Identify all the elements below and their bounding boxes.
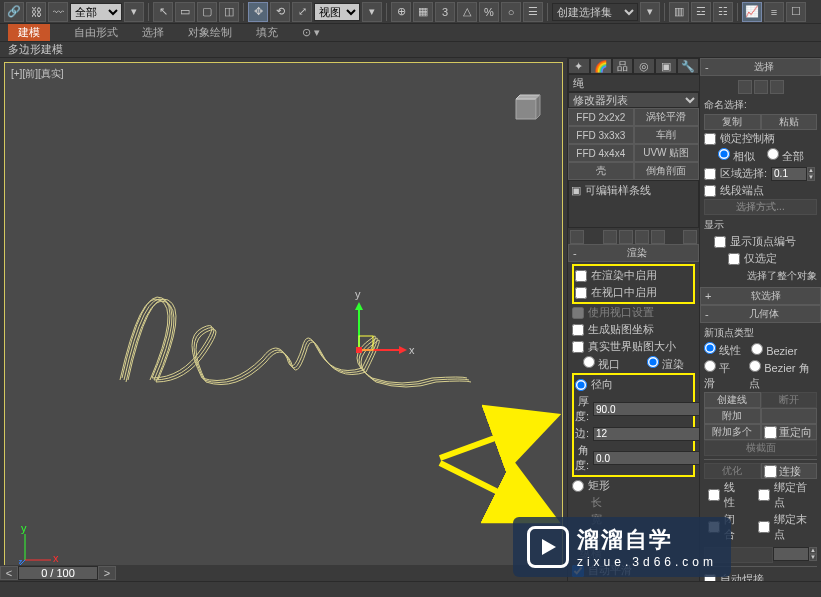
filter-icon[interactable]: ▾: [124, 2, 144, 22]
copy-button[interactable]: 复制: [704, 114, 761, 130]
unlink-icon[interactable]: ⛓: [26, 2, 46, 22]
linear2-check[interactable]: [708, 489, 720, 501]
expand-icon[interactable]: ▣: [571, 184, 581, 197]
modifier-list-dropdown[interactable]: 修改器列表: [568, 92, 699, 108]
ffd4-button[interactable]: FFD 4x4x4: [568, 144, 634, 162]
select-rect-icon[interactable]: ▢: [197, 2, 217, 22]
bezier-corner-radio[interactable]: [749, 360, 761, 372]
show-vnum-check[interactable]: [714, 236, 726, 248]
snap-toggle-icon[interactable]: ▦: [413, 2, 433, 22]
pivot-icon[interactable]: ⊕: [391, 2, 411, 22]
tab-modeling[interactable]: 建模: [8, 24, 50, 41]
area-sel-check[interactable]: [704, 168, 716, 180]
subobj-vertex-icon[interactable]: [738, 80, 752, 94]
selection-set-select[interactable]: 创建选择集: [552, 3, 638, 21]
subobj-spline-icon[interactable]: [770, 80, 784, 94]
selset-icon[interactable]: ▾: [640, 2, 660, 22]
rendering-rollout-header[interactable]: - 渲染: [568, 244, 699, 262]
tab-object-paint[interactable]: 对象绘制: [188, 25, 232, 40]
select-name-icon[interactable]: ▭: [175, 2, 195, 22]
optimize-button[interactable]: 优化: [704, 463, 761, 479]
subobj-segment-icon[interactable]: [754, 80, 768, 94]
reorient-check[interactable]: [764, 426, 777, 439]
bind-first-check[interactable]: [758, 489, 770, 501]
attach-opts[interactable]: [761, 408, 818, 424]
scale-icon[interactable]: ⤢: [292, 2, 312, 22]
rotate-icon[interactable]: ⟲: [270, 2, 290, 22]
material-icon[interactable]: ☐: [786, 2, 806, 22]
paste-button[interactable]: 粘贴: [761, 114, 818, 130]
viewport-radio[interactable]: [583, 356, 595, 368]
bind-last-check[interactable]: [758, 521, 770, 533]
ffd3-button[interactable]: FFD 3x3x3: [568, 126, 634, 144]
attach-button[interactable]: 附加: [704, 408, 761, 424]
create-tab-icon[interactable]: ✦: [568, 58, 590, 74]
stack-item-spline[interactable]: ▣ 可编辑样条线: [571, 183, 696, 198]
only-sel-check[interactable]: [728, 253, 740, 265]
hierarchy-tab-icon[interactable]: 品: [612, 58, 634, 74]
snap3-icon[interactable]: 3: [435, 2, 455, 22]
modifier-stack[interactable]: ▣ 可编辑样条线: [568, 180, 699, 228]
timeline[interactable]: < 0 / 100 >: [0, 565, 567, 581]
tab-freeform[interactable]: 自由形式: [74, 25, 118, 40]
spinner-snap-icon[interactable]: ○: [501, 2, 521, 22]
enable-viewport-check[interactable]: [575, 287, 587, 299]
softsel-rollout-header[interactable]: +软选择: [700, 287, 821, 305]
connect-check[interactable]: [764, 465, 777, 478]
utilities-tab-icon[interactable]: 🔧: [677, 58, 699, 74]
connect-thresh-input[interactable]: [773, 547, 809, 561]
select-icon[interactable]: ↖: [153, 2, 173, 22]
angle-snap-icon[interactable]: △: [457, 2, 477, 22]
percent-snap-icon[interactable]: %: [479, 2, 499, 22]
spline-object-love[interactable]: y x: [94, 230, 474, 410]
timeline-position[interactable]: 0 / 100: [18, 566, 98, 580]
timeline-end-icon[interactable]: >: [98, 566, 116, 580]
render-radio[interactable]: [647, 356, 659, 368]
configure-icon[interactable]: [651, 230, 665, 244]
move-icon[interactable]: ✥: [248, 2, 268, 22]
lathe-button[interactable]: 车削: [634, 126, 700, 144]
layers-icon[interactable]: ☷: [713, 2, 733, 22]
smooth-radio[interactable]: [704, 360, 716, 372]
lock-handles-check[interactable]: [704, 133, 716, 145]
select-by-button[interactable]: 选择方式...: [704, 199, 817, 215]
timeline-start-icon[interactable]: <: [0, 566, 18, 580]
align-icon[interactable]: ☲: [691, 2, 711, 22]
show-end-icon[interactable]: [603, 230, 617, 244]
cross-section-button[interactable]: 横截面: [704, 440, 817, 456]
tab-selection[interactable]: 选择: [142, 25, 164, 40]
pin-stack-icon[interactable]: [570, 230, 584, 244]
real-world-check[interactable]: [572, 341, 584, 353]
linear-radio[interactable]: [704, 342, 716, 354]
stack-options-icon[interactable]: [683, 230, 697, 244]
motion-tab-icon[interactable]: ◎: [633, 58, 655, 74]
create-line-button[interactable]: 创建线: [704, 392, 761, 408]
curve-editor-icon[interactable]: 📈: [742, 2, 762, 22]
selection-rollout-header[interactable]: -选择: [700, 58, 821, 76]
object-name-input[interactable]: [568, 74, 716, 92]
bezier-radio[interactable]: [751, 343, 763, 355]
edit-named-icon[interactable]: ☰: [523, 2, 543, 22]
select-window-icon[interactable]: ◫: [219, 2, 239, 22]
break-button[interactable]: 断开: [761, 392, 818, 408]
make-unique-icon[interactable]: [619, 230, 633, 244]
all-radio[interactable]: [767, 148, 779, 160]
schematic-icon[interactable]: ≡: [764, 2, 784, 22]
seg-end-check[interactable]: [704, 185, 716, 197]
layer-select[interactable]: 全部: [70, 3, 122, 21]
bind-icon[interactable]: 〰: [48, 2, 68, 22]
ffd2-button[interactable]: FFD 2x2x2: [568, 108, 634, 126]
geometry-rollout-header[interactable]: -几何体: [700, 305, 821, 323]
similar-radio[interactable]: [718, 148, 730, 160]
link-icon[interactable]: 🔗: [4, 2, 24, 22]
gen-uv-check[interactable]: [572, 324, 584, 336]
attach-mult-button[interactable]: 附加多个: [704, 424, 761, 440]
viewport-label[interactable]: [+][前][真实]: [11, 67, 64, 81]
mirror-icon[interactable]: ▥: [669, 2, 689, 22]
display-tab-icon[interactable]: ▣: [655, 58, 677, 74]
shell-button[interactable]: 壳: [568, 162, 634, 180]
connect-thresh-spinner[interactable]: ▲▼: [809, 547, 817, 561]
ref-select[interactable]: 视图: [314, 3, 360, 21]
modify-tab-icon[interactable]: 🌈: [590, 58, 612, 74]
coord-icon[interactable]: ▾: [362, 2, 382, 22]
